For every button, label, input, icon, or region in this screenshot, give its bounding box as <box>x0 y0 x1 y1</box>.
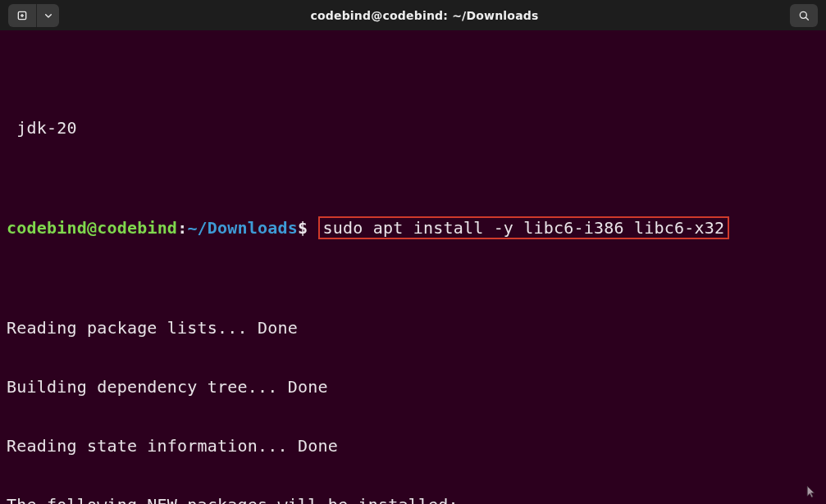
prompt-host: codebind <box>97 218 177 238</box>
titlebar: codebind@codebind: ~/Downloads <box>0 0 826 31</box>
new-tab-icon <box>16 9 29 22</box>
prompt-colon: : <box>177 218 187 238</box>
search-button[interactable] <box>790 4 818 27</box>
terminal-area[interactable]: jdk-20 codebind@codebind:~/Downloads$ su… <box>0 31 826 504</box>
terminal-line: The following NEW packages will be insta… <box>7 495 819 504</box>
terminal-line: jdk-20 <box>7 118 819 138</box>
prompt-user: codebind <box>7 218 87 238</box>
highlighted-command: sudo apt install -y libc6-i386 libc6-x32 <box>318 216 730 239</box>
prompt-at: @ <box>87 218 97 238</box>
prompt-cwd: ~/Downloads <box>187 218 298 238</box>
search-icon <box>797 9 810 22</box>
new-tab-button[interactable] <box>8 4 36 27</box>
terminal-line: Reading package lists... Done <box>7 318 819 338</box>
prompt-marker: $ <box>298 218 308 238</box>
mouse-pointer-icon <box>803 484 818 499</box>
terminal-line: Building dependency tree... Done <box>7 377 819 397</box>
chevron-down-icon <box>42 9 55 22</box>
prompt-line: codebind@codebind:~/Downloads$ sudo apt … <box>7 216 819 239</box>
titlebar-left-controls <box>8 4 59 27</box>
window-title: codebind@codebind: ~/Downloads <box>310 6 538 25</box>
terminal-line: Reading state information... Done <box>7 436 819 456</box>
titlebar-right-controls <box>790 4 818 27</box>
svg-line-4 <box>805 17 808 20</box>
tab-dropdown-button[interactable] <box>36 4 59 27</box>
